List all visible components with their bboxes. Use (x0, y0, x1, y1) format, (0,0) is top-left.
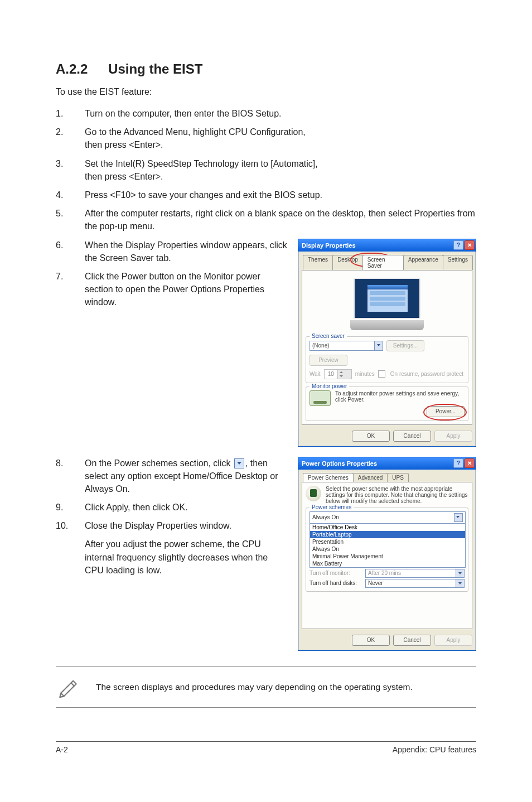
power-button[interactable]: Power... (427, 406, 465, 417)
row-steps-8-10: 8. On the Power schemes section, click ,… (56, 457, 476, 651)
section-heading: A.2.2 Using the EIST (56, 61, 476, 77)
tab-pane-power-schemes: Select the power scheme with the most ap… (302, 482, 472, 629)
step-text: Click Apply, then click OK. (85, 501, 188, 514)
intro-text: To use the EIST feature: (56, 87, 476, 97)
wait-spinner[interactable]: 10 (324, 369, 352, 379)
step-text: Set the Intel(R) SpeedStep Technology it… (85, 157, 318, 183)
help-button[interactable]: ? (453, 458, 463, 468)
footer-page-number: A-2 (56, 745, 68, 754)
group-label: Screen saver (309, 333, 347, 339)
chevron-down-icon (456, 569, 464, 577)
group-power-schemes: Power schemes Always On Home/Office Desk… (306, 508, 468, 592)
chevron-down-icon (454, 513, 463, 522)
step-text: After the computer restarts, right click… (85, 207, 476, 233)
titlebar-text: Display Properties (302, 242, 452, 249)
dialog-button-row: OK Cancel Apply (298, 632, 476, 650)
step-number: 4. (56, 189, 85, 201)
apply-button[interactable]: Apply (434, 431, 472, 442)
scheme-dropdown[interactable]: Always On Home/Office Desk Portable/Lapt… (309, 511, 466, 568)
row-steps-6-7: 6.When the Display Properties window app… (56, 239, 476, 447)
description-text: Select the power scheme with the most ap… (326, 486, 468, 504)
monitor-power-text: To adjust monitor power settings and sav… (335, 390, 465, 403)
scheme-option[interactable]: Minimal Power Management (310, 553, 465, 560)
apply-button[interactable]: Apply (434, 635, 472, 646)
group-label: Monitor power (309, 383, 349, 389)
ok-button[interactable]: OK (352, 635, 390, 646)
step-text: On the Power schemes section, click , th… (85, 457, 289, 496)
step-number: 9. (56, 501, 85, 514)
page-footer: A-2 Appendix: CPU features (56, 745, 476, 776)
step-text: Click the Power button on the Monitor po… (85, 270, 289, 309)
document-page: A.2.2 Using the EIST To use the EIST fea… (0, 0, 532, 802)
tab-settings[interactable]: Settings (443, 255, 473, 270)
footer-section-name: Appendix: CPU features (393, 745, 476, 754)
tab-desktop[interactable]: Desktop (332, 255, 363, 270)
steps-list: 1.Turn on the computer, then enter the B… (56, 107, 476, 233)
monitor-preview (306, 274, 468, 333)
screensaver-select[interactable]: (None) (309, 341, 383, 351)
step-text: When the Display Properties window appea… (85, 239, 289, 264)
steps-list-cont2: 8. On the Power schemes section, click ,… (56, 457, 289, 577)
section-number: A.2.2 (56, 61, 88, 76)
plug-icon (306, 486, 321, 501)
step-text: Go to the Advanced Menu, highlight CPU C… (85, 125, 306, 151)
ok-button[interactable]: OK (352, 431, 390, 442)
power-options-dialog: Power Options Properties ? ✕ Power Schem… (298, 457, 476, 651)
step-number: 1. (56, 107, 85, 120)
tab-ups[interactable]: UPS (387, 473, 409, 482)
onresume-label: On resume, password protect (390, 371, 463, 377)
step-number: 5. (56, 207, 85, 233)
chevron-down-icon (374, 341, 383, 350)
tab-pane-screensaver: Screen saver (None) Settings... Preview … (302, 270, 472, 425)
cancel-button[interactable]: Cancel (393, 431, 431, 442)
scheme-selected: Always On (312, 514, 339, 520)
preview-button[interactable]: Preview (309, 355, 347, 366)
turn-off-monitor-select[interactable]: After 20 mins (365, 569, 465, 578)
display-properties-dialog: Display Properties ? ✕ Themes Desktop Sc… (298, 239, 476, 447)
dropdown-arrow-icon (234, 458, 244, 468)
step-number: 6. (56, 239, 85, 264)
monitor-power-icon (309, 390, 331, 406)
tab-themes[interactable]: Themes (303, 255, 333, 270)
settings-button[interactable]: Settings... (386, 340, 424, 351)
row-label: Turn off hard disks: (309, 580, 365, 586)
onresume-checkbox[interactable] (378, 370, 385, 378)
section-title-text: Using the EIST (108, 61, 202, 76)
cancel-button[interactable]: Cancel (393, 635, 431, 646)
close-button[interactable]: ✕ (465, 458, 475, 468)
scheme-option[interactable]: Presentation (310, 538, 465, 545)
row-label: Turn off monitor: (309, 570, 365, 576)
turn-off-monitor-row: Turn off monitor: After 20 mins (309, 569, 465, 578)
scheme-option[interactable]: Portable/Laptop (310, 531, 465, 538)
scheme-option[interactable]: Max Battery (310, 560, 465, 567)
step-text: Turn on the computer, then enter the BIO… (85, 107, 282, 120)
tab-screensaver[interactable]: Screen Saver (362, 255, 404, 270)
turn-off-harddisks-row: Turn off hard disks: Never (309, 579, 465, 588)
note-box: The screen displays and procedures may v… (56, 666, 476, 708)
tab-appearance[interactable]: Appearance (403, 255, 443, 270)
footer-divider (56, 741, 476, 742)
turn-off-harddisks-select[interactable]: Never (365, 579, 465, 588)
wait-label: Wait (309, 371, 321, 377)
step-number: 3. (56, 157, 85, 183)
scheme-list: Home/Office Desk Portable/Laptop Present… (310, 523, 465, 567)
close-button[interactable]: ✕ (465, 240, 475, 250)
titlebar[interactable]: Power Options Properties ? ✕ (298, 457, 476, 470)
scheme-option[interactable]: Always On (310, 545, 465, 553)
step-text: Press <F10> to save your changes and exi… (85, 189, 322, 201)
group-monitor-power: Monitor power To adjust monitor power se… (306, 386, 468, 421)
titlebar[interactable]: Display Properties ? ✕ (298, 239, 476, 252)
step-number: 7. (56, 270, 85, 309)
scheme-option[interactable]: Home/Office Desk (310, 524, 465, 531)
tab-advanced[interactable]: Advanced (353, 473, 388, 482)
help-button[interactable]: ? (453, 240, 463, 250)
group-label: Power schemes (309, 504, 354, 510)
chevron-down-icon (456, 579, 464, 587)
steps-list-cont: 6.When the Display Properties window app… (56, 239, 289, 309)
tab-power-schemes[interactable]: Power Schemes (303, 473, 354, 482)
step-number: 10. (56, 519, 85, 577)
tab-row: Themes Desktop Screen Saver Appearance S… (303, 255, 472, 270)
tab-row: Power Schemes Advanced UPS (303, 473, 472, 482)
group-screensaver: Screen saver (None) Settings... Preview … (306, 336, 468, 383)
minutes-label: minutes (355, 371, 375, 377)
